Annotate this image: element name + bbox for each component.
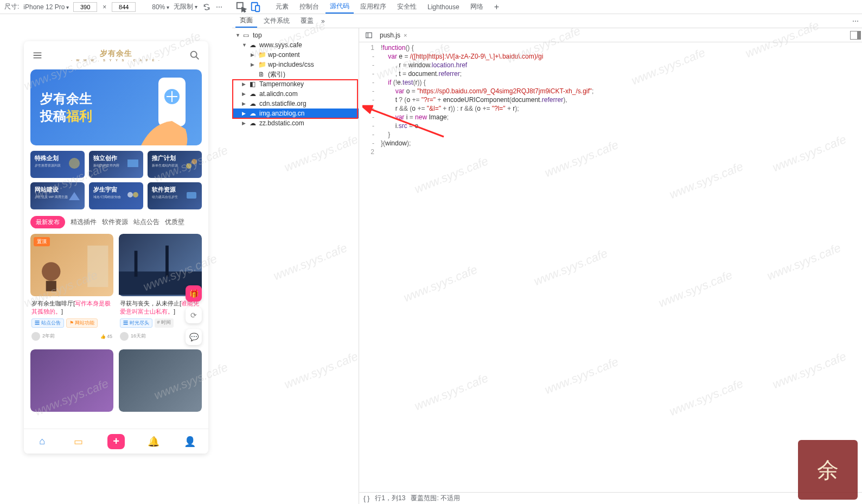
tree-node[interactable]: 🗎 (索引) — [232, 69, 359, 79]
svg-rect-20 — [366, 33, 372, 37]
tag[interactable]: ☰ 时光尽头 — [120, 318, 152, 328]
tree-node[interactable]: ▶◧ Tampermonkey — [232, 79, 359, 89]
subtab-more-icon[interactable]: » — [321, 17, 325, 25]
editor-tab[interactable]: push.js× — [376, 29, 410, 41]
sticky-badge: 置顶 — [34, 237, 50, 246]
filter-tab[interactable]: 软件资源 — [102, 218, 128, 227]
svg-point-12 — [133, 192, 138, 197]
line-gutter: 1-----------2 — [359, 42, 378, 492]
filter-tabs: 最新发布 精选插件 软件资源 站点公告 优质壁 — [24, 213, 208, 232]
window-icon: ▭ — [243, 31, 251, 39]
dock-icon[interactable] — [849, 29, 862, 42]
device-frame: 岁有余生 · W W W . S Y Y S . C A F E · 岁有余生 … — [0, 14, 232, 504]
nav-create-icon[interactable]: + — [107, 434, 125, 449]
gift-button-icon[interactable]: 🎁 — [186, 285, 202, 302]
article-card[interactable]: 置顶 岁有余生咖啡厅[写作本身是极其孤独的。] ☰ 站点公告 ⚑ 网站功能 2年… — [30, 234, 113, 344]
card-meta: 2年前 45 — [30, 329, 113, 344]
hero-banner[interactable]: 岁有余生 投稿福利 — [30, 69, 202, 145]
filter-tab[interactable]: 精选插件 — [71, 218, 97, 227]
toggle-device-icon[interactable] — [250, 1, 261, 13]
tag[interactable]: # 时间 — [155, 318, 174, 328]
sidebar-toggle-icon[interactable] — [362, 29, 375, 42]
tab-network[interactable]: 网络 — [466, 0, 488, 14]
subtab-filesystem[interactable]: 文件系统 — [259, 14, 294, 28]
throttle-selector[interactable]: 无限制 — [174, 2, 197, 11]
card-title: 岁有余生咖啡厅[写作本身是极其孤独的。] — [30, 296, 113, 317]
floating-actions: 🎁 ⟳ 💬 — [186, 285, 202, 345]
extension-icon: ◧ — [250, 80, 257, 88]
search-icon[interactable] — [189, 49, 201, 61]
tab-sources[interactable]: 源代码 — [325, 0, 354, 14]
refresh-button-icon[interactable]: ⟳ — [186, 307, 202, 323]
tree-node[interactable]: ▼☁ www.syys.cafe — [232, 40, 359, 50]
tile-item[interactable]: 独立创作新站内的文件内容 — [89, 151, 143, 178]
filter-tab[interactable]: 优质壁 — [165, 218, 184, 227]
code-content[interactable]: !function() { var e = /([http|https]:\/\… — [378, 42, 862, 492]
chat-button-icon[interactable]: 💬 — [186, 329, 202, 345]
site-logo[interactable]: 岁有余生 · W W W . S Y Y S . C A F E · — [71, 49, 161, 62]
filter-chip-active[interactable]: 最新发布 — [30, 216, 65, 228]
device-selector[interactable]: iPhone 12 Pro — [23, 3, 69, 11]
cursor-position: 行1，列13 — [375, 494, 405, 503]
tree-node[interactable]: ▶📁 wp-content — [232, 50, 359, 60]
category-tiles: 特殊企划岁生推荐资源列表 独立创作新站内的文件内容 推广计划新羊生成站内资源 网… — [24, 145, 208, 213]
tree-node[interactable]: ▶📁 wp-includes/css — [232, 60, 359, 69]
nav-notify-icon[interactable]: 🔔 — [146, 434, 161, 449]
svg-point-9 — [186, 163, 191, 169]
tree-node-selected[interactable]: ▶☁ img.anziblog.cn — [232, 109, 359, 118]
mobile-preview[interactable]: 岁有余生 · W W W . S Y Y S . C A F E · 岁有余生 … — [24, 41, 208, 454]
code-editor[interactable]: 1-----------2 !function() { var e = /([h… — [359, 42, 862, 492]
tag[interactable]: ☰ 站点公告 — [31, 318, 64, 328]
svg-point-7 — [69, 158, 80, 169]
viewport-height-input[interactable] — [112, 2, 136, 12]
bottom-nav: ⌂ ▭ + 🔔 👤 — [24, 429, 208, 454]
article-card[interactable] — [30, 349, 113, 412]
coverage-status: 覆盖范围: 不适用 — [411, 494, 460, 503]
article-cards: 置顶 岁有余生咖啡厅[写作本身是极其孤独的。] ☰ 站点公告 ⚑ 网站功能 2年… — [24, 232, 208, 414]
size-label: 尺寸: — [4, 2, 19, 11]
subtab-kebab-icon[interactable]: ⋯ — [852, 17, 859, 25]
svg-rect-16 — [46, 281, 56, 291]
cloud-icon: ☁ — [250, 110, 257, 117]
more-icon[interactable]: ⋯ — [216, 3, 222, 11]
tree-node[interactable]: ▶☁ at.alicdn.com — [232, 89, 359, 99]
menu-icon[interactable] — [31, 49, 43, 61]
svg-rect-2 — [256, 5, 259, 11]
tree-top[interactable]: ▼ ▭ top — [232, 30, 359, 40]
close-icon[interactable]: × — [404, 32, 407, 39]
nav-messages-icon[interactable]: ▭ — [71, 434, 86, 449]
article-card[interactable] — [119, 349, 202, 412]
file-tree[interactable]: ▼ ▭ top ▼☁ www.syys.cafe ▶📁 wp-content ▶… — [232, 28, 359, 504]
tab-security[interactable]: 安全性 — [393, 0, 421, 14]
avatar — [120, 332, 129, 341]
card-thumb: 置顶 — [30, 234, 113, 296]
watermark-seal: 余 — [798, 440, 858, 500]
tile-item[interactable]: 软件资源动力建高台任岁生 — [148, 182, 202, 209]
tab-lighthouse[interactable]: Lighthouse — [423, 0, 464, 14]
cloud-icon: ☁ — [250, 119, 257, 127]
nav-home-icon[interactable]: ⌂ — [35, 434, 50, 449]
subtab-overrides[interactable]: 覆盖 — [296, 14, 318, 28]
tab-application[interactable]: 应用程序 — [356, 0, 391, 14]
tab-add-icon[interactable]: + — [490, 0, 503, 14]
viewport-width-input[interactable] — [73, 2, 97, 12]
filter-tab[interactable]: 站点公告 — [133, 218, 159, 227]
tile-item[interactable]: 特殊企划岁生推荐资源列表 — [30, 151, 85, 178]
rotate-icon[interactable] — [202, 2, 212, 12]
svg-point-11 — [127, 192, 133, 197]
tile-item[interactable]: 网站建设岁生优质 WP 商用主题 — [30, 182, 85, 209]
cloud-icon: ☁ — [250, 90, 257, 98]
tree-node[interactable]: ▶☁ cdn.staticfile.org — [232, 99, 359, 109]
zoom-selector[interactable]: 80% — [152, 3, 169, 11]
tile-item[interactable]: 岁生宇宙域名/订阅/收款知会 — [89, 182, 143, 209]
tab-console[interactable]: 控制台 — [295, 0, 323, 14]
tab-elements[interactable]: 元素 — [271, 0, 293, 14]
nav-user-icon[interactable]: 👤 — [182, 434, 197, 449]
svg-point-3 — [191, 52, 197, 58]
tag[interactable]: ⚑ 网站功能 — [66, 318, 98, 328]
pretty-print-icon[interactable]: { } — [363, 495, 369, 502]
inspect-element-icon[interactable] — [235, 1, 247, 13]
subtab-page[interactable]: 页面 — [235, 14, 257, 28]
tree-node[interactable]: ▶☁ zz.bdstatic.com — [232, 118, 359, 128]
tile-item[interactable]: 推广计划新羊生成站内资源 — [148, 151, 202, 178]
